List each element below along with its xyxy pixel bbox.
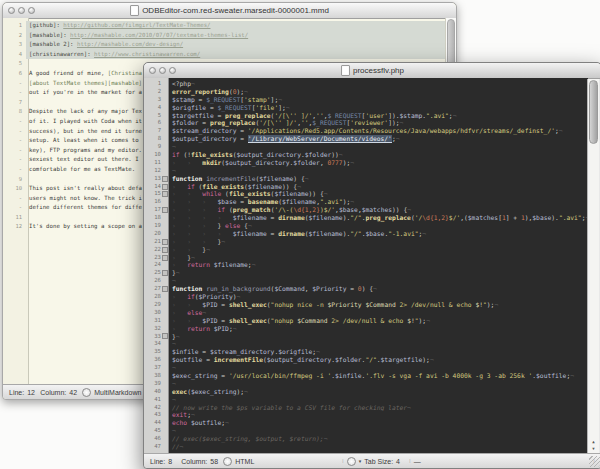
text-segment: "-1.avi" [388, 230, 418, 237]
scroll-down-arrow-icon[interactable]: ▼ [588, 446, 599, 452]
drag-handle-icon[interactable]: ⁞ [409, 458, 411, 464]
soft-wrap-icon[interactable] [82, 388, 91, 397]
code-line[interactable]: 46// exec($exec_string, $output, $return… [144, 435, 588, 443]
code-line[interactable]: 35$infile = $stream_directory.$origfile;… [144, 348, 588, 356]
code-line[interactable]: 2error_reporting(0);¬ [144, 88, 588, 96]
code-line[interactable]: 8$output_directory = '/Library/WebServer… [144, 135, 588, 143]
text-segment: file_exists [202, 183, 244, 190]
doc-line[interactable]: 2[mashable]: http://mashable.com/2010/07… [3, 31, 446, 41]
code-line[interactable]: 10if (!file_exists($output_directory.$fo… [144, 151, 588, 159]
line-number: 23 [144, 254, 162, 262]
text-segment: http://mashable.com/2010/07/07/textmate-… [70, 32, 248, 38]
code-line[interactable]: 30› else¬ [144, 309, 588, 317]
code-line[interactable]: 23› }¬ [144, 254, 588, 262]
code-line[interactable]: 3$stamp = $_REQUEST['stamp'];¬ [144, 96, 588, 104]
text-segment: nice -n [293, 301, 327, 308]
code-line[interactable]: 28› if($Priority)¬ [144, 293, 588, 301]
code-line[interactable]: 7$stream_directory = '/Applications/Red5… [144, 127, 588, 135]
code-line[interactable]: 41¬ [144, 396, 588, 404]
code-line[interactable]: 9¬ [144, 143, 588, 151]
code-line[interactable]: 14› if (file_exists($filename)) {¬ [144, 183, 588, 191]
tab-size-selector[interactable]: 4 [396, 458, 406, 465]
code-line[interactable]: 37¬ [144, 364, 588, 372]
gear-icon[interactable] [347, 457, 356, 466]
text-segment: key), FTP programs and my editor. [29, 147, 142, 153]
code-line[interactable]: 13function incrementFile($filename) {¬ [144, 175, 588, 183]
code-line[interactable]: 1<?php¬ [144, 80, 588, 88]
code-line[interactable]: 29› › $PID = shell_exec("nohup nice -n $… [144, 301, 588, 309]
symbol-popup[interactable]: — [414, 458, 421, 465]
code-line[interactable]: 33}¬ [144, 333, 588, 341]
code-line[interactable]: 18› › › › $filename = dirname($filename)… [144, 214, 588, 222]
code-line[interactable]: 11› › mkdir($output_directory.$folder, 0… [144, 159, 588, 167]
front-scrollbar-thumb[interactable] [589, 80, 598, 144]
line-text: › › › if (preg_match('/\-(\d{1,2})$/',$b… [168, 206, 588, 214]
resize-grip[interactable] [589, 456, 600, 467]
zoom-button[interactable] [28, 7, 35, 14]
line-number: 22 [144, 246, 162, 254]
window-title: processflv.php [353, 66, 404, 75]
zoom-button[interactable] [169, 67, 176, 74]
doc-line[interactable]: 3[mashable 2]: http://mashable.com/dev-d… [3, 40, 446, 50]
code-line[interactable]: 36$outfile = incrementFile($output_direc… [144, 356, 588, 364]
language-selector[interactable]: MultiMarkdown [94, 389, 141, 396]
code-line[interactable]: 20› › › › $filename = dirname($filename)… [144, 230, 588, 238]
code-line[interactable]: 34¬ [144, 340, 588, 348]
line-text: ¬ [168, 340, 588, 348]
text-segment: $infile [335, 372, 362, 379]
drag-handle-icon[interactable]: ⁞ [342, 458, 344, 464]
scroll-up-arrow-icon[interactable]: ▲ [588, 439, 599, 445]
code-line[interactable]: 26¬ [144, 277, 588, 285]
text-segment: /local/bin/ [248, 372, 290, 379]
php-code-area[interactable]: 1<?php¬2error_reporting(0);¬3$stamp = $_… [144, 78, 588, 453]
code-line[interactable]: 27function run_in_background($Command, $… [144, 285, 588, 293]
code-line[interactable]: 45¬ [144, 427, 588, 435]
code-line[interactable]: 47//¬ [144, 443, 588, 451]
code-line[interactable]: 40exec($exec_string);¬ [144, 388, 588, 396]
chevron-down-icon[interactable]: ▾ [359, 458, 362, 464]
text-segment: › [172, 309, 187, 316]
code-line[interactable]: 4$origfile = $_REQUEST['file'];¬ [144, 104, 588, 112]
code-line[interactable]: 42// now write the $ps variable to a CSV… [144, 404, 588, 412]
line-text: [mashable]: http://mashable.com/2010/07/… [26, 31, 446, 41]
text-segment: $Priority [312, 285, 346, 292]
soft-wrap-icon[interactable] [223, 457, 232, 466]
text-segment: Despite the lack of any major Tex [29, 108, 142, 114]
code-line[interactable]: 44echo $outfile;¬ [144, 419, 588, 427]
code-line[interactable]: 5$targetfile = preg_replace('/[\'' ]/','… [144, 112, 588, 120]
code-line[interactable]: 25}¬ [144, 269, 588, 277]
code-line[interactable]: 6$folder = preg_replace('/[\'' ]/','',$_… [144, 119, 588, 127]
text-segment: ¬ [407, 404, 411, 411]
language-selector[interactable]: HTML [235, 458, 254, 465]
text-segment: '/Library/WebServer/Documents/videos/' [248, 135, 392, 143]
code-line[interactable]: 39¬ [144, 380, 588, 388]
code-line[interactable]: 22› › }¬ [144, 246, 588, 254]
code-line[interactable]: 15› › while (file_exists($filename)) {¬ [144, 190, 588, 198]
code-line[interactable]: 43exit;¬ [144, 411, 588, 419]
doc-line[interactable]: 1[github]: http://github.com/filmgirl/Te… [3, 21, 446, 31]
text-segment: /streams/_ [479, 127, 517, 134]
text-segment: } [218, 222, 226, 229]
code-line[interactable]: 32› return $PID;¬ [144, 325, 588, 333]
minimize-button[interactable] [159, 67, 166, 74]
doc-line[interactable]: 4[christinawarren]: http://www.christina… [3, 50, 446, 60]
code-line[interactable]: 12¬ [144, 167, 588, 175]
front-titlebar[interactable]: processflv.php [144, 63, 600, 79]
code-line[interactable]: 24› return $filename;¬ [144, 261, 588, 269]
front-vertical-scrollbar[interactable]: ▲ ▼ [587, 79, 599, 453]
line-number: 7 [144, 127, 162, 135]
code-line[interactable]: 17› › › if (preg_match('/\-(\d{1,2})$/',… [144, 206, 588, 214]
code-line[interactable]: 38$exec_string = '/usr/local/bin/ffmpeg … [144, 372, 588, 380]
back-titlebar[interactable]: ODBEditor-com.red-sweater.marsedit-00000… [3, 3, 456, 19]
text-segment: This post isn't really about defa [29, 185, 142, 191]
text-segment: 2> /dev/null & echo [328, 317, 408, 324]
minimize-button[interactable] [18, 7, 25, 14]
code-line[interactable]: 31› › $PID = shell_exec("nohup $Command … [144, 317, 588, 325]
close-button[interactable] [149, 67, 156, 74]
line-number: 5 [3, 59, 26, 69]
code-line[interactable]: 19› › › } else {¬ [144, 222, 588, 230]
code-line[interactable]: 21› › › }¬ [144, 238, 588, 246]
code-line[interactable]: 16› › › $base = basename($filename,".avi… [144, 198, 588, 206]
close-button[interactable] [8, 7, 15, 14]
line-text: }¬ [168, 269, 588, 277]
